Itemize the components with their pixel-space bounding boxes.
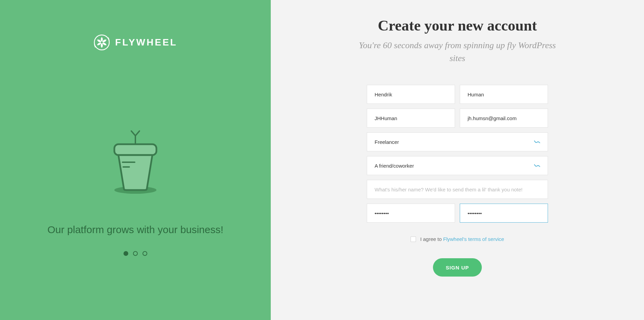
carousel-dot-1[interactable]	[124, 251, 128, 256]
plant-pot-icon	[101, 129, 169, 197]
referral-source-select[interactable]: A friend/coworker	[367, 156, 548, 175]
page-title: Create your new account	[378, 17, 537, 34]
role-select[interactable]: Freelancer	[367, 132, 548, 151]
password-confirm-input[interactable]	[460, 204, 548, 223]
right-panel: Create your new account You're 60 second…	[271, 0, 644, 320]
first-name-input[interactable]	[367, 85, 455, 104]
svg-rect-3	[114, 144, 156, 155]
svg-point-1	[101, 41, 103, 43]
password-input[interactable]	[367, 204, 455, 223]
agree-text-prefix: I agree to	[420, 236, 443, 242]
signup-form: Freelancer A friend/coworker I agree to …	[367, 85, 548, 277]
username-input[interactable]	[367, 109, 455, 128]
illustration: Our platform grows with your business!	[48, 129, 224, 256]
agree-row: I agree to Flywheel's terms of service	[367, 236, 548, 242]
chevron-down-icon	[534, 139, 540, 145]
brand-logo: FLYWHEEL	[93, 34, 177, 51]
role-select-value: Freelancer	[375, 139, 534, 145]
agree-checkbox[interactable]	[411, 237, 416, 242]
carousel-dot-2[interactable]	[133, 251, 138, 256]
left-panel: FLYWHEEL Our platform grows with your bu…	[0, 0, 271, 320]
email-input[interactable]	[460, 109, 548, 128]
tos-link[interactable]: Flywheel's terms of service	[443, 236, 504, 242]
brand-name: FLYWHEEL	[115, 37, 177, 48]
referral-source-value: A friend/coworker	[375, 163, 534, 169]
flywheel-icon	[93, 34, 110, 51]
carousel-dots	[124, 251, 147, 256]
tagline: Our platform grows with your business!	[48, 224, 224, 236]
chevron-down-icon	[534, 163, 540, 169]
signup-button[interactable]: SIGN UP	[433, 258, 482, 277]
carousel-dot-3[interactable]	[143, 251, 147, 256]
referral-name-input[interactable]	[367, 180, 548, 199]
last-name-input[interactable]	[460, 85, 548, 104]
agree-text: I agree to Flywheel's terms of service	[420, 236, 504, 242]
page-subtitle: You're 60 seconds away from spinning up …	[356, 39, 559, 64]
